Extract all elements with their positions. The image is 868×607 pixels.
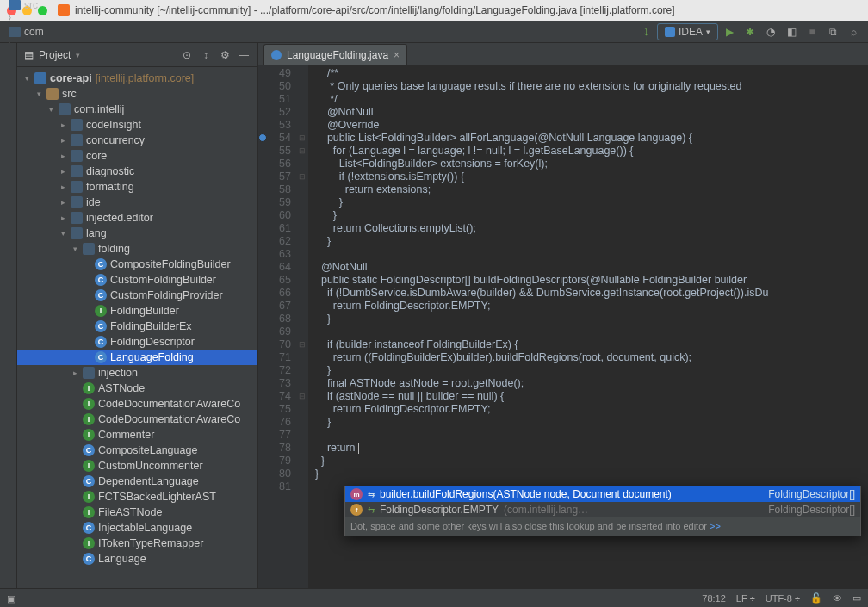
coverage-button[interactable]: ◔ [761,22,780,41]
cls-icon: C [95,351,107,363]
profile-button[interactable]: ◧ [782,22,801,41]
readonly-toggle-icon[interactable]: 🔓 [810,592,822,604]
tab-label: LanguageFolding.java [287,49,388,61]
tree-row[interactable]: formatting [17,179,257,195]
expand-all-icon[interactable]: ↕ [199,48,213,62]
tree-row[interactable]: CCompositeFoldingBuilder [17,257,257,272]
file-encoding[interactable]: UTF-8 ÷ [766,593,800,604]
fold-gutter[interactable]: ⊟⊟⊟⊟⊟ [296,65,308,588]
pkg-icon [71,119,83,131]
tree-row[interactable]: src [17,86,257,102]
pkg-icon [83,243,95,255]
tree-row[interactable]: IASTNode [17,381,257,396]
main-area: ▤ Project ▾ ⊙ ↕ ⚙ — core-api [intellij.p… [0,43,868,588]
cls-icon: C [95,336,107,348]
autocomplete-hint-link[interactable]: >> [710,521,721,531]
tree-row[interactable]: injected.editor [17,210,257,226]
tree-row[interactable]: IFoldingBuilder [17,303,257,319]
project-title: Project [39,49,71,61]
pkg-icon [71,181,83,193]
debug-button[interactable]: ✱ [741,22,760,41]
intf-icon: I [83,460,95,472]
folder-icon [46,88,59,100]
tree-row[interactable]: CCustomFoldingBuilder [17,272,257,288]
vcs-button[interactable]: ⧉ [823,22,842,41]
mod-icon [34,72,46,84]
tree-row[interactable]: CLanguageFolding [17,350,257,365]
tree-row[interactable]: CFoldingDescriptor [17,334,257,350]
inspections-icon[interactable]: 👁 [833,593,842,604]
autocomplete-item[interactable]: f⇆FoldingDescriptor.EMPTY (com.intellij.… [345,502,860,517]
tree-row[interactable]: com.intellij [17,102,257,117]
project-tool-header: ▤ Project ▾ ⊙ ↕ ⚙ — [17,43,257,67]
code-editor[interactable]: 4950515253545556575859606162636465666768… [258,65,868,588]
cls-icon: C [83,522,95,534]
tab-languagefolding[interactable]: LanguageFolding.java × [264,44,407,65]
tree-row[interactable]: CFoldingBuilderEx [17,319,257,334]
close-tab-icon[interactable]: × [394,49,400,61]
editor-tab-bar: LanguageFolding.java × [258,43,868,65]
project-tool-window: ▤ Project ▾ ⊙ ↕ ⚙ — core-api [intellij.p… [17,43,258,588]
intf-icon: I [83,382,95,394]
tree-row[interactable]: IFCTSBackedLighterAST [17,489,257,505]
intf-icon: I [83,491,95,503]
tree-row[interactable]: IFileASTNode [17,505,257,520]
folder-icon: ▤ [24,49,34,61]
tree-row[interactable]: core-api [intellij.platform.core] [17,71,257,86]
pkg-icon [71,150,83,162]
pkg-icon [71,165,83,177]
locate-icon[interactable]: ⊙ [180,48,194,62]
intf-icon: I [83,506,95,518]
line-separator[interactable]: LF ÷ [736,593,755,604]
pkg-icon [83,367,95,379]
line-number-gutter[interactable]: 4950515253545556575859606162636465666768… [258,65,296,588]
tool-windows-icon[interactable]: ▣ [7,593,17,604]
intf-icon: I [83,413,95,425]
intf-icon: I [95,305,107,317]
tree-row[interactable]: ICustomUncommenter [17,458,257,474]
breadcrumb-item[interactable]: com [5,26,107,38]
hide-icon[interactable]: — [237,48,251,62]
settings-gear-icon[interactable]: ⚙ [218,48,232,62]
override-marker-icon[interactable] [258,133,267,142]
run-button[interactable]: ▶ [720,22,739,41]
stop-button[interactable]: ■ [803,22,822,41]
tree-row[interactable]: codeInsight [17,117,257,133]
breadcrumb-item[interactable]: src [5,0,107,11]
tree-row[interactable]: CInjectableLanguage [17,520,257,536]
tree-row[interactable]: ide [17,195,257,210]
run-config-icon [665,27,675,37]
autocomplete-item[interactable]: m⇆builder.buildFoldRegions(ASTNode node,… [345,486,860,502]
editor-area: LanguageFolding.java × 49505152535455565… [258,43,868,588]
tree-row[interactable]: lang [17,226,257,241]
pkg-icon [71,227,83,239]
tree-row[interactable]: injection [17,365,257,381]
tree-row[interactable]: ICommenter [17,427,257,443]
build-button[interactable]: ⤵ [636,22,655,41]
tree-row[interactable]: folding [17,241,257,257]
titlebar: intellij-community [~/intellij-community… [0,0,868,21]
class-icon [271,50,282,60]
cls-icon: C [95,289,107,301]
tree-row[interactable]: CCompositeLanguage [17,443,257,458]
run-config-select[interactable]: IDEA ▾ [657,23,718,40]
intf-icon: I [83,537,95,549]
tree-row[interactable]: CDependentLanguage [17,474,257,489]
tree-row[interactable]: CCustomFoldingProvider [17,288,257,303]
cls-icon: C [95,258,107,270]
tree-row[interactable]: CLanguage [17,551,257,567]
navigation-bar: intellij-community〉platform〉core-api〉src… [0,21,868,43]
pkg-icon [59,103,71,115]
memory-indicator-icon[interactable]: ▭ [852,592,861,604]
tree-row[interactable]: IITokenTypeRemapper [17,536,257,551]
tree-row[interactable]: diagnostic [17,164,257,179]
project-tree[interactable]: core-api [intellij.platform.core]srccom.… [17,67,257,588]
tree-row[interactable]: ICodeDocumentationAwareCo [17,396,257,412]
tree-row[interactable]: core [17,148,257,164]
tree-row[interactable]: ICodeDocumentationAwareCo [17,412,257,427]
method-icon: m [350,488,363,500]
caret-position[interactable]: 78:12 [702,593,726,604]
search-everywhere-button[interactable]: ⌕ [844,22,863,41]
tree-row[interactable]: concurrency [17,133,257,148]
left-tool-strip[interactable] [0,43,17,588]
